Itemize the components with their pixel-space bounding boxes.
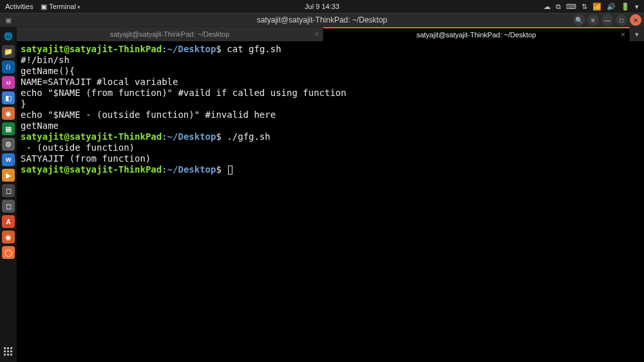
dock-files[interactable]: 📁: [2, 45, 15, 58]
output-line: }: [21, 99, 640, 110]
lang-icon: ⌨: [566, 3, 576, 11]
close-icon[interactable]: ×: [621, 30, 625, 39]
cursor: [228, 166, 232, 175]
dock-postman[interactable]: ◯: [2, 246, 15, 259]
menu-button[interactable]: ≡: [587, 14, 599, 26]
volume-icon: 🔊: [607, 3, 616, 11]
terminal-viewport[interactable]: satyajit@satyajit-ThinkPad:~/Desktop$ ca…: [17, 41, 644, 362]
dock-app1[interactable]: ◧: [2, 91, 15, 104]
dock-chrome[interactable]: 🌐: [2, 30, 15, 43]
dock-store[interactable]: A: [2, 215, 15, 228]
output-line: echo "$NAME (from function)" #vaild if c…: [21, 88, 640, 99]
search-button[interactable]: 🔍: [573, 14, 585, 26]
output-line: SATYAJIT (from function): [21, 153, 640, 164]
status-tray[interactable]: ☁ ⧉ ⌨ ⇅ 📶 🔊 🔋 ▾: [544, 3, 639, 11]
prompt-line: satyajit@satyajit-ThinkPad:~/Desktop$: [21, 164, 640, 175]
prompt-line: satyajit@satyajit-ThinkPad:~/Desktop$ ca…: [21, 44, 640, 55]
cloud-icon: ☁: [544, 3, 551, 11]
power-icon: ▾: [635, 3, 639, 11]
close-button[interactable]: ✕: [630, 14, 641, 26]
dock-vlc[interactable]: ▶: [2, 169, 15, 182]
gnome-top-bar: Activities ▣ Terminal Jul 9 14:33 ☁ ⧉ ⌨ …: [0, 0, 644, 13]
wifi-icon: 📶: [592, 3, 601, 11]
terminal-tab-1[interactable]: satyajit@satyajit-ThinkPad: ~/Desktop ×: [17, 27, 323, 41]
display-icon: ⧉: [556, 3, 561, 11]
prompt-line: satyajit@satyajit-ThinkPad:~/Desktop$ ./…: [21, 131, 640, 142]
clock[interactable]: Jul 9 14:33: [305, 3, 339, 10]
terminal-tab-bar: satyajit@satyajit-ThinkPad: ~/Desktop × …: [17, 27, 644, 41]
show-apps-button[interactable]: [2, 345, 15, 358]
tab-label: satyajit@satyajit-ThinkPad: ~/Desktop: [110, 30, 230, 38]
battery-icon: 🔋: [621, 3, 630, 11]
tab-dropdown[interactable]: ▾: [630, 27, 644, 41]
close-icon[interactable]: ×: [314, 30, 319, 39]
dock-vscode[interactable]: ⟨⟩: [2, 61, 15, 73]
terminal-tab-2[interactable]: satyajit@satyajit-ThinkPad: ~/Desktop ×: [323, 27, 630, 41]
dock-app2[interactable]: ◉: [2, 107, 15, 120]
output-line: getName: [21, 120, 640, 131]
dock-intellij[interactable]: IJ: [2, 76, 15, 89]
tab-label: satyajit@satyajit-ThinkPad: ~/Desktop: [417, 31, 536, 39]
minimize-button[interactable]: —: [601, 14, 613, 26]
dock-app3[interactable]: ◻: [2, 184, 15, 197]
window-title-bar: ▣ satyajit@satyajit-ThinkPad: ~/Desktop …: [0, 13, 644, 27]
activities-button[interactable]: Activities: [5, 3, 33, 10]
output-line: NAME=SATYAJIT #local variable: [21, 77, 640, 88]
dock-app5[interactable]: ◉: [2, 231, 15, 243]
dock-app4[interactable]: ◻: [2, 200, 15, 213]
maximize-button[interactable]: □: [616, 14, 627, 26]
output-line: #!/bin/sh: [21, 55, 640, 66]
dock-writer[interactable]: W: [2, 153, 15, 166]
output-line: echo "$NAME - (outside function)" #inval…: [21, 110, 640, 120]
window-title: satyajit@satyajit-ThinkPad: ~/Desktop: [257, 15, 388, 24]
terminal-icon: ▣: [5, 16, 12, 24]
network-icon: ⇅: [582, 3, 587, 11]
dock-prefs[interactable]: ⚙: [2, 138, 15, 151]
output-line: - (outside function): [21, 142, 640, 153]
output-line: getName(){: [21, 66, 640, 77]
active-app-label[interactable]: ▣ Terminal: [41, 3, 80, 11]
dock: 🦊 🌐 📁 ⟨⟩ IJ ◧ ◉ ▦ ⚙ W ▶ ◻ ◻ A ◉ ◯: [0, 13, 17, 362]
dock-sheets[interactable]: ▦: [2, 122, 15, 135]
